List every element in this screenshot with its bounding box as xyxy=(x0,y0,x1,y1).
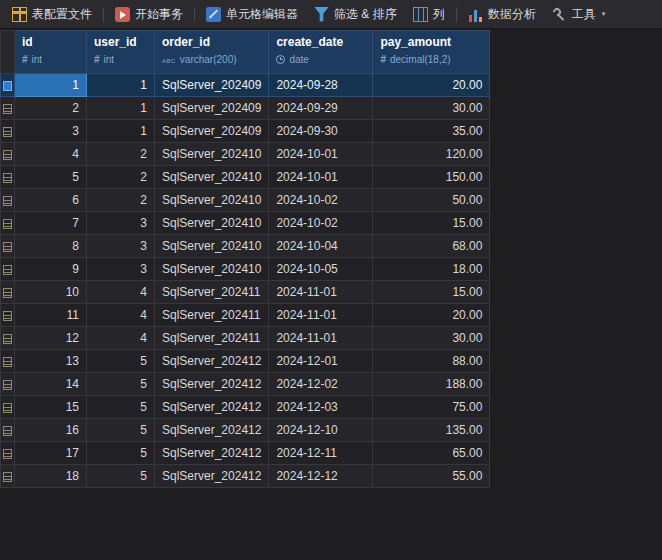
cell-user_id[interactable]: 5 xyxy=(87,350,155,373)
cell-user_id[interactable]: 2 xyxy=(87,189,155,212)
row-marker-cell[interactable] xyxy=(1,189,15,212)
table-row[interactable]: 11SqlServer_2024092024-09-2820.00 xyxy=(1,74,490,97)
cell-pay_amount[interactable]: 20.00 xyxy=(373,74,490,97)
cell-create_date[interactable]: 2024-09-29 xyxy=(269,97,373,120)
column-header-create_date[interactable]: create_datedate xyxy=(269,31,373,74)
row-marker-cell[interactable] xyxy=(1,74,15,97)
cell-pay_amount[interactable]: 68.00 xyxy=(373,235,490,258)
toolbar-button-filter-sort[interactable]: 筛选 & 排序 xyxy=(306,3,405,26)
cell-id[interactable]: 10 xyxy=(15,281,87,304)
cell-id[interactable]: 11 xyxy=(15,304,87,327)
table-row[interactable]: 31SqlServer_2024092024-09-3035.00 xyxy=(1,120,490,143)
row-marker-cell[interactable] xyxy=(1,373,15,396)
cell-user_id[interactable]: 5 xyxy=(87,373,155,396)
cell-id[interactable]: 9 xyxy=(15,258,87,281)
table-row[interactable]: 104SqlServer_2024112024-11-0115.00 xyxy=(1,281,490,304)
toolbar-button-tools[interactable]: 工具▾ xyxy=(544,3,614,26)
cell-order_id[interactable]: SqlServer_202410 xyxy=(155,189,269,212)
cell-create_date[interactable]: 2024-10-01 xyxy=(269,143,373,166)
grid-corner-cell[interactable] xyxy=(1,31,15,74)
row-marker-cell[interactable] xyxy=(1,120,15,143)
cell-user_id[interactable]: 4 xyxy=(87,281,155,304)
cell-pay_amount[interactable]: 135.00 xyxy=(373,419,490,442)
row-marker-cell[interactable] xyxy=(1,281,15,304)
cell-create_date[interactable]: 2024-12-02 xyxy=(269,373,373,396)
cell-user_id[interactable]: 5 xyxy=(87,442,155,465)
table-row[interactable]: 83SqlServer_2024102024-10-0468.00 xyxy=(1,235,490,258)
cell-create_date[interactable]: 2024-12-01 xyxy=(269,350,373,373)
cell-id[interactable]: 7 xyxy=(15,212,87,235)
cell-pay_amount[interactable]: 120.00 xyxy=(373,143,490,166)
cell-order_id[interactable]: SqlServer_202409 xyxy=(155,74,269,97)
cell-pay_amount[interactable]: 20.00 xyxy=(373,304,490,327)
row-marker-cell[interactable] xyxy=(1,327,15,350)
cell-order_id[interactable]: SqlServer_202409 xyxy=(155,120,269,143)
cell-user_id[interactable]: 3 xyxy=(87,235,155,258)
row-marker-cell[interactable] xyxy=(1,143,15,166)
cell-pay_amount[interactable]: 55.00 xyxy=(373,465,490,488)
cell-id[interactable]: 13 xyxy=(15,350,87,373)
toolbar-button-transaction[interactable]: 开始事务 xyxy=(107,3,191,26)
cell-pay_amount[interactable]: 65.00 xyxy=(373,442,490,465)
table-row[interactable]: 62SqlServer_2024102024-10-0250.00 xyxy=(1,189,490,212)
cell-id[interactable]: 17 xyxy=(15,442,87,465)
table-row[interactable]: 165SqlServer_2024122024-12-10135.00 xyxy=(1,419,490,442)
toolbar-button-data-analysis[interactable]: 数据分析 xyxy=(460,3,544,26)
cell-create_date[interactable]: 2024-12-11 xyxy=(269,442,373,465)
table-row[interactable]: 21SqlServer_2024092024-09-2930.00 xyxy=(1,97,490,120)
column-header-order_id[interactable]: order_idabcvarchar(200) xyxy=(155,31,269,74)
cell-create_date[interactable]: 2024-11-01 xyxy=(269,304,373,327)
toolbar-button-cell-editor[interactable]: 单元格编辑器 xyxy=(198,3,306,26)
cell-order_id[interactable]: SqlServer_202411 xyxy=(155,281,269,304)
cell-order_id[interactable]: SqlServer_202412 xyxy=(155,465,269,488)
cell-user_id[interactable]: 1 xyxy=(87,97,155,120)
cell-create_date[interactable]: 2024-10-04 xyxy=(269,235,373,258)
cell-create_date[interactable]: 2024-12-12 xyxy=(269,465,373,488)
cell-create_date[interactable]: 2024-11-01 xyxy=(269,327,373,350)
cell-user_id[interactable]: 3 xyxy=(87,258,155,281)
cell-id[interactable]: 16 xyxy=(15,419,87,442)
cell-user_id[interactable]: 5 xyxy=(87,419,155,442)
cell-create_date[interactable]: 2024-10-02 xyxy=(269,189,373,212)
cell-id[interactable]: 15 xyxy=(15,396,87,419)
column-header-pay_amount[interactable]: pay_amount#decimal(18,2) xyxy=(373,31,490,74)
table-row[interactable]: 135SqlServer_2024122024-12-0188.00 xyxy=(1,350,490,373)
cell-pay_amount[interactable]: 50.00 xyxy=(373,189,490,212)
cell-order_id[interactable]: SqlServer_202409 xyxy=(155,97,269,120)
cell-order_id[interactable]: SqlServer_202412 xyxy=(155,350,269,373)
cell-pay_amount[interactable]: 150.00 xyxy=(373,166,490,189)
table-row[interactable]: 114SqlServer_2024112024-11-0120.00 xyxy=(1,304,490,327)
cell-create_date[interactable]: 2024-10-05 xyxy=(269,258,373,281)
cell-user_id[interactable]: 2 xyxy=(87,166,155,189)
cell-pay_amount[interactable]: 30.00 xyxy=(373,327,490,350)
cell-id[interactable]: 5 xyxy=(15,166,87,189)
table-row[interactable]: 145SqlServer_2024122024-12-02188.00 xyxy=(1,373,490,396)
cell-id[interactable]: 12 xyxy=(15,327,87,350)
cell-id[interactable]: 14 xyxy=(15,373,87,396)
cell-order_id[interactable]: SqlServer_202411 xyxy=(155,304,269,327)
cell-order_id[interactable]: SqlServer_202410 xyxy=(155,235,269,258)
cell-user_id[interactable]: 1 xyxy=(87,120,155,143)
cell-order_id[interactable]: SqlServer_202412 xyxy=(155,396,269,419)
cell-id[interactable]: 2 xyxy=(15,97,87,120)
toolbar-button-table-config[interactable]: 表配置文件 xyxy=(4,3,100,26)
row-marker-cell[interactable] xyxy=(1,166,15,189)
cell-id[interactable]: 3 xyxy=(15,120,87,143)
table-row[interactable]: 185SqlServer_2024122024-12-1255.00 xyxy=(1,465,490,488)
cell-user_id[interactable]: 5 xyxy=(87,396,155,419)
cell-pay_amount[interactable]: 18.00 xyxy=(373,258,490,281)
cell-order_id[interactable]: SqlServer_202411 xyxy=(155,327,269,350)
cell-user_id[interactable]: 4 xyxy=(87,327,155,350)
cell-user_id[interactable]: 2 xyxy=(87,143,155,166)
row-marker-cell[interactable] xyxy=(1,396,15,419)
cell-pay_amount[interactable]: 75.00 xyxy=(373,396,490,419)
column-header-user_id[interactable]: user_id#int xyxy=(87,31,155,74)
cell-create_date[interactable]: 2024-10-01 xyxy=(269,166,373,189)
cell-create_date[interactable]: 2024-10-02 xyxy=(269,212,373,235)
cell-order_id[interactable]: SqlServer_202410 xyxy=(155,166,269,189)
table-row[interactable]: 93SqlServer_2024102024-10-0518.00 xyxy=(1,258,490,281)
cell-create_date[interactable]: 2024-11-01 xyxy=(269,281,373,304)
cell-order_id[interactable]: SqlServer_202410 xyxy=(155,143,269,166)
cell-id[interactable]: 18 xyxy=(15,465,87,488)
cell-create_date[interactable]: 2024-09-30 xyxy=(269,120,373,143)
